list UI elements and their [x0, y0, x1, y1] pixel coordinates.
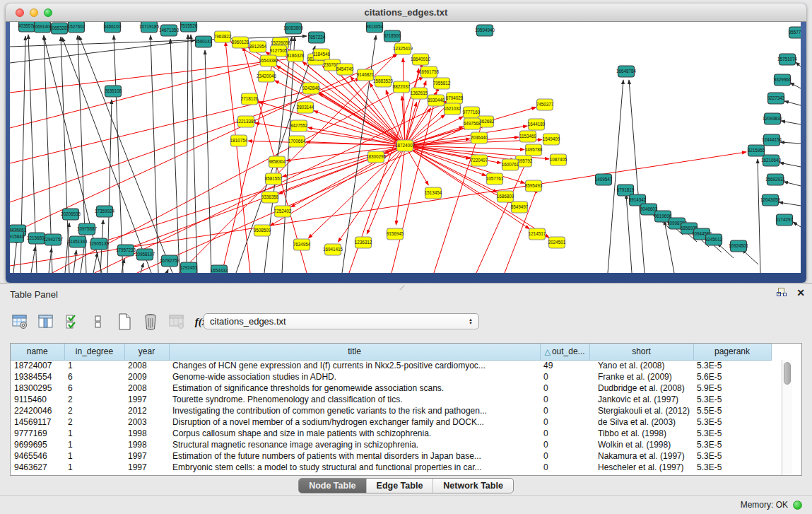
graph-node[interactable]: 12043059	[760, 194, 781, 206]
table-cell[interactable]: 2003	[124, 416, 169, 428]
tab-node-table[interactable]: Node Table	[299, 479, 366, 493]
table-cell[interactable]: Nakamura et al. (1997)	[589, 450, 693, 462]
window-titlebar[interactable]: citations_edges.txt	[6, 4, 806, 22]
graph-node[interactable]: 20206535	[61, 209, 81, 220]
graph-node[interactable]: 1513454	[425, 187, 442, 199]
close-window-button[interactable]	[16, 8, 24, 17]
minimize-window-button[interactable]	[30, 8, 38, 17]
graph-node[interactable]: 1495788	[525, 144, 543, 156]
graph-node[interactable]: 10594940	[475, 25, 495, 36]
graph-node[interactable]: 8912954	[249, 41, 267, 52]
graph-node[interactable]: 8595493	[525, 180, 543, 192]
table-cell[interactable]: 6	[64, 382, 124, 394]
zoom-window-button[interactable]	[44, 8, 52, 17]
table-cell[interactable]: 0	[540, 450, 589, 462]
float-panel-icon[interactable]	[777, 287, 788, 298]
table-cell[interactable]: Franke et al. (2009)	[589, 371, 693, 382]
table-cell[interactable]: Genome-wide association studies in ADHD.	[169, 371, 540, 382]
graph-node[interactable]: 18724007	[395, 140, 416, 151]
table-cell[interactable]: 0	[540, 394, 589, 405]
table-cell[interactable]: 1997	[124, 462, 169, 473]
table-cell[interactable]: 5.3E-5	[693, 450, 771, 462]
show-columns-button[interactable]	[36, 312, 56, 332]
graph-node[interactable]: 9858304	[269, 156, 286, 168]
table-cell[interactable]: 1	[64, 450, 124, 462]
graph-node[interactable]: 9508509	[254, 225, 271, 236]
table-cell[interactable]: Jankovic et al. (1997)	[589, 394, 693, 405]
graph-node[interactable]: 10924501	[729, 240, 749, 252]
table-source-select[interactable]: citations_edges.txt ▲▼	[204, 313, 479, 329]
graph-node[interactable]: 1549409	[543, 134, 560, 145]
graph-node[interactable]: 8549497	[511, 201, 529, 213]
graph-node[interactable]: 12325419	[393, 43, 413, 54]
graph-node[interactable]: 9242848	[302, 83, 320, 94]
graph-node[interactable]: 2635108	[105, 86, 122, 97]
table-cell[interactable]: 1998	[124, 439, 169, 450]
table-cell[interactable]: Stergiakouli et al. (2012)	[589, 405, 693, 416]
graph-node[interactable]: 7634954	[293, 239, 311, 250]
table-cell[interactable]: 2009	[124, 371, 169, 382]
table-cell[interactable]: 2008	[124, 382, 169, 394]
table-cell[interactable]: 5.3E-5	[693, 394, 771, 405]
delete-row-button[interactable]	[141, 312, 160, 332]
graph-node[interactable]: 7955812	[433, 78, 451, 89]
graph-node[interactable]: 6466100	[104, 22, 122, 33]
graph-node[interactable]: 18640910	[411, 54, 431, 65]
graph-node[interactable]: 8454749	[336, 64, 354, 75]
column-header-pagerank[interactable]: pagerank	[693, 344, 771, 360]
table-cell[interactable]: Tibbo et al. (1998)	[589, 428, 693, 439]
graph-node[interactable]: 10653287	[49, 23, 70, 34]
graph-node[interactable]: 9329966	[774, 74, 792, 86]
graph-node[interactable]: 18300295	[366, 151, 387, 163]
graph-node[interactable]: 23420046	[257, 71, 277, 82]
table-cell[interactable]: 9115460	[11, 394, 64, 405]
graph-node[interactable]: 1292451	[180, 262, 198, 273]
graph-node[interactable]: 1174297	[776, 214, 794, 226]
table-cell[interactable]: 1	[64, 360, 124, 371]
graph-node[interactable]: 1810754	[230, 135, 248, 146]
table-cell[interactable]: Investigating the contribution of common…	[169, 405, 540, 416]
table-cell[interactable]: 0	[540, 428, 589, 439]
graph-node[interactable]: 7963822	[214, 31, 232, 42]
table-cell[interactable]: 1	[64, 428, 124, 439]
table-cell[interactable]: Structural magnetic resonance image aver…	[169, 439, 540, 450]
column-header-out_de[interactable]: △out_de...	[540, 344, 589, 360]
graph-node[interactable]: 16648784	[616, 66, 637, 77]
column-settings-button[interactable]	[10, 312, 30, 332]
table-cell[interactable]: Tourette syndrome. Phenomenology and cla…	[169, 394, 540, 405]
graph-node[interactable]: 15692931	[765, 174, 786, 185]
table-cell[interactable]: de Silva et al. (2003)	[589, 416, 693, 428]
graph-node[interactable]: 2024501	[548, 237, 566, 248]
graph-node[interactable]: 7857224	[308, 32, 326, 43]
graph-node[interactable]: 1087405	[550, 154, 567, 165]
table-cell[interactable]: 0	[540, 462, 589, 473]
graph-node[interactable]: 3915840	[10, 231, 25, 243]
graph-node[interactable]: 1057761	[486, 173, 504, 185]
table-cell[interactable]: 1	[64, 439, 124, 450]
table-cell[interactable]: 0	[540, 371, 589, 382]
graph-node[interactable]: 2718126	[241, 93, 259, 105]
table-cell[interactable]: 2008	[124, 360, 169, 371]
graph-node[interactable]: 8427552	[290, 120, 308, 132]
table-cell[interactable]: 5.9E-5	[693, 382, 771, 394]
row-options-button[interactable]	[88, 312, 108, 332]
graph-node[interactable]: 9227343	[767, 93, 785, 104]
graph-node[interactable]: 8960128	[232, 37, 249, 48]
graph-node[interactable]: 12942757	[43, 234, 64, 245]
table-cell[interactable]: Corpus callosum shape and size in male p…	[169, 428, 540, 439]
column-header-title[interactable]: title	[169, 344, 540, 360]
graph-node[interactable]: 17957233	[116, 245, 136, 256]
graph-node[interactable]: 9156945	[387, 228, 404, 240]
graph-node[interactable]: 9590141	[195, 36, 213, 47]
graph-node[interactable]: 1621032	[444, 103, 461, 115]
graph-node[interactable]: 9336358	[261, 192, 279, 203]
graph-node[interactable]: 7252402	[274, 206, 292, 217]
graph-node[interactable]: 7450377	[536, 99, 554, 110]
graph-node[interactable]: 7220497	[471, 155, 488, 166]
tab-network-table[interactable]: Network Table	[433, 479, 513, 493]
graph-node[interactable]: 8215955	[748, 145, 765, 156]
graph-node[interactable]: 9146821	[357, 69, 375, 81]
table-cell[interactable]: 2	[64, 416, 124, 428]
table-cell[interactable]: 9465546	[11, 450, 64, 462]
graph-node[interactable]: 9557764	[789, 27, 801, 38]
